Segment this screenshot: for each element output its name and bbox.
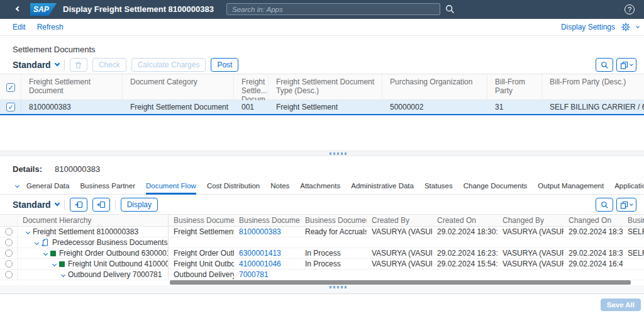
docflow-row[interactable]: Freight Order Outbound 6300001413 Freigh…	[0, 248, 644, 259]
variant-label: Standard	[13, 60, 51, 70]
search-input[interactable]	[226, 3, 440, 15]
row-select-cell	[0, 237, 18, 248]
delete-button[interactable]	[70, 58, 87, 72]
tree-expand-icon[interactable]	[35, 240, 39, 244]
export-button[interactable]	[616, 58, 636, 72]
table-search-button[interactable]	[596, 58, 613, 72]
bill-from-party-cell: 31	[487, 100, 542, 114]
column-header[interactable]: Freight Settlement Document	[21, 74, 123, 101]
business-document-link[interactable]: 4100001046	[239, 259, 281, 268]
business-document-link[interactable]: 7000781	[239, 270, 269, 279]
predecessor-doc-icon	[42, 239, 49, 246]
business-doc-type-cell: Outbound Delivery	[169, 270, 234, 280]
splitter-grip-icon[interactable]	[330, 286, 347, 288]
tree-expand-icon[interactable]	[26, 229, 30, 234]
business-doc-cell: 8100000383	[234, 227, 300, 237]
tab-general-data[interactable]: General Data	[26, 178, 69, 195]
search-icon[interactable]	[445, 4, 455, 14]
collapse-section-icon[interactable]	[15, 183, 19, 188]
tab-business-partner[interactable]: Business Partner	[80, 178, 135, 195]
horizontal-scrollbar-thumb[interactable]	[170, 280, 631, 285]
tab-statuses[interactable]: Statuses	[425, 178, 453, 195]
splitter-grip-icon[interactable]	[330, 152, 347, 155]
business-document-link[interactable]: 6300001413	[239, 249, 281, 258]
docflow-row[interactable]: Freight Unit Outbound 4100001046 Freight…	[0, 259, 644, 270]
column-header[interactable]: Bill-From Party	[487, 74, 542, 101]
sap-logo[interactable]: SAP	[30, 3, 57, 16]
column-header[interactable]: Business Document ...	[300, 215, 367, 226]
business-document-link[interactable]: 8100000383	[239, 227, 281, 236]
tab-change-documents[interactable]: Change Documents	[464, 178, 528, 195]
tab-application-log[interactable]: Application Log	[614, 178, 644, 195]
row-radio[interactable]	[5, 260, 13, 268]
row-select-cell	[0, 227, 18, 237]
help-icon[interactable]	[625, 4, 635, 14]
save-all-button[interactable]: Save All	[601, 299, 641, 311]
row-radio[interactable]	[5, 239, 13, 246]
edit-button[interactable]: Edit	[13, 19, 26, 35]
select-all-checkbox[interactable]	[6, 83, 15, 92]
post-button[interactable]: Post	[211, 58, 238, 72]
collapse-group-button[interactable]	[92, 198, 110, 212]
table-search-button[interactable]	[596, 198, 613, 212]
display-settings-button[interactable]: Display Settings	[561, 19, 615, 35]
column-header[interactable]: Document Hierarchy	[18, 215, 169, 226]
row-radio[interactable]	[5, 271, 13, 278]
tree-expand-icon[interactable]	[61, 272, 65, 276]
tab-administrative-data[interactable]: Administrative Data	[351, 178, 414, 195]
tab-attachments[interactable]: Attachments	[300, 178, 340, 195]
column-header[interactable]: Created By	[367, 215, 432, 226]
hierarchy-label: Outbound Delivery 7000781	[68, 270, 162, 280]
refresh-button[interactable]: Refresh	[37, 19, 64, 35]
back-icon[interactable]	[16, 6, 21, 11]
radio-column-header	[0, 215, 18, 226]
calculate-charges-button[interactable]: Calculate Charges	[131, 58, 206, 72]
column-header[interactable]: Bill-From Party (Desc.)	[542, 74, 644, 101]
column-header[interactable]: Document Category	[123, 74, 234, 101]
export-button[interactable]	[616, 198, 636, 212]
variant-selector[interactable]: Standard	[13, 200, 59, 210]
panel-splitter[interactable]	[0, 285, 644, 294]
extra-cell: SELF	[623, 227, 644, 237]
check-button[interactable]: Check	[92, 58, 126, 72]
variant-selector[interactable]: Standard	[13, 60, 59, 70]
separator	[64, 200, 65, 210]
status-cell: In Process	[300, 248, 367, 258]
column-header[interactable]: Freight Settle... Docum...	[234, 74, 269, 101]
hierarchy-label: Freight Settlement 8100000383	[33, 227, 138, 237]
settlement-table-row[interactable]: 8100000383 Freight Settlement Document 0…	[0, 100, 644, 115]
gear-icon[interactable]	[621, 23, 630, 31]
column-header[interactable]: Busin	[623, 215, 644, 226]
docflow-row[interactable]: Outbound Delivery 7000781 Outbound Deliv…	[0, 270, 644, 280]
row-checkbox[interactable]	[6, 103, 15, 111]
details-header: Details:8100000383	[13, 164, 100, 174]
column-header[interactable]: Business Document	[234, 215, 300, 226]
column-header[interactable]: Business Document ...	[169, 215, 234, 226]
tab-cost-distribution[interactable]: Cost Distribution	[207, 178, 260, 195]
column-header[interactable]: Purchasing Organization	[382, 74, 487, 101]
tab-notes[interactable]: Notes	[270, 178, 289, 195]
expand-group-button[interactable]	[70, 198, 87, 212]
business-doc-cell: 4100001046	[234, 259, 300, 269]
changed-by-cell	[497, 237, 564, 248]
tab-document-flow[interactable]: Document Flow	[146, 178, 196, 195]
column-header[interactable]: Changed On	[564, 215, 623, 226]
row-select-cell	[0, 270, 18, 280]
row-select-cell	[0, 259, 18, 269]
tab-output-management[interactable]: Output Management	[538, 178, 604, 195]
column-header[interactable]: Created On	[432, 215, 497, 226]
extra-cell: SELF	[623, 248, 644, 258]
column-header[interactable]: Changed By	[497, 215, 564, 226]
tree-expand-icon[interactable]	[43, 251, 48, 255]
column-header[interactable]: Freight Settlement Document Type (Desc.)	[269, 74, 382, 101]
row-radio[interactable]	[5, 228, 13, 236]
changed-by-cell	[497, 270, 564, 280]
status-cell: In Process	[300, 259, 367, 269]
docflow-row[interactable]: Freight Settlement 8100000383 Freight Se…	[0, 227, 644, 237]
row-radio[interactable]	[5, 249, 13, 257]
tree-expand-icon[interactable]	[52, 261, 57, 266]
docflow-row[interactable]: Predecessor Business Documents	[0, 237, 644, 248]
chevron-down-icon[interactable]	[636, 25, 640, 28]
display-button[interactable]: Display	[121, 198, 158, 212]
panel-splitter[interactable]	[0, 151, 644, 156]
